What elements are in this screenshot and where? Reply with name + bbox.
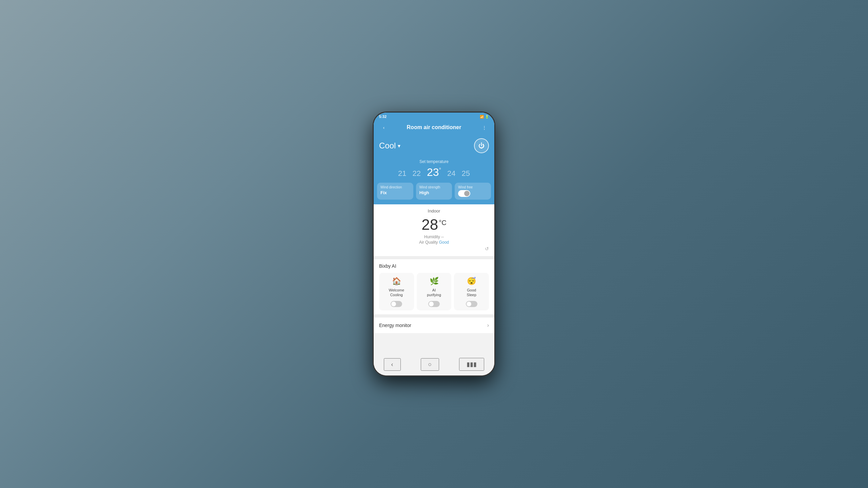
indoor-section: Indoor 28 °C Humidity -- Air Quality Goo… bbox=[374, 204, 494, 257]
ai-purifying-toggle[interactable] bbox=[428, 301, 440, 307]
temp-25[interactable]: 25 bbox=[461, 169, 470, 178]
energy-monitor-title: Energy monitor bbox=[379, 323, 411, 328]
phone-shell: 5:32 📶 🔋 ‹ Room air conditioner ⋮ Cool bbox=[373, 112, 495, 376]
nav-home-icon: ○ bbox=[428, 361, 432, 368]
good-sleep-toggle[interactable] bbox=[466, 301, 477, 307]
power-button[interactable]: ⏻ bbox=[474, 138, 489, 153]
divider-2 bbox=[374, 315, 494, 318]
temp-24[interactable]: 24 bbox=[447, 169, 455, 178]
nav-back-icon: ‹ bbox=[391, 361, 393, 368]
app-header: ‹ Room air conditioner ⋮ bbox=[374, 120, 494, 136]
temp-22[interactable]: 22 bbox=[413, 169, 421, 178]
back-button[interactable]: ‹ bbox=[379, 123, 389, 132]
energy-chevron-icon: › bbox=[487, 322, 489, 328]
nav-home-button[interactable]: ○ bbox=[421, 358, 439, 371]
wind-direction-card[interactable]: Wind direction Fix bbox=[377, 183, 413, 200]
wind-free-card[interactable]: Wind free bbox=[455, 183, 491, 200]
bottom-navigation: ‹ ○ ▮▮▮ bbox=[374, 354, 494, 375]
bixby-card-ai-purifying[interactable]: 🌿 AIpurifying bbox=[417, 273, 452, 310]
page-title: Room air conditioner bbox=[389, 124, 479, 130]
bixby-cards-row: 🏠 WelcomeCooling 🌿 AIpurifying bbox=[379, 273, 489, 310]
wind-controls: Wind direction Fix Wind strength High Wi… bbox=[374, 183, 494, 204]
phone-wrapper: 5:32 📶 🔋 ‹ Room air conditioner ⋮ Cool bbox=[373, 112, 495, 376]
phone-screen: 5:32 📶 🔋 ‹ Room air conditioner ⋮ Cool bbox=[374, 113, 494, 375]
nav-back-button[interactable]: ‹ bbox=[384, 358, 401, 371]
ai-purifying-icon: 🌿 bbox=[430, 277, 439, 286]
wind-strength-card[interactable]: Wind strength High bbox=[416, 183, 452, 200]
bixby-card-welcome-cooling[interactable]: 🏠 WelcomeCooling bbox=[379, 273, 414, 310]
bixby-ai-section: Bixby AI 🏠 WelcomeCooling 🌿 AIpurifying bbox=[374, 259, 494, 315]
indoor-title: Indoor bbox=[379, 208, 489, 214]
mode-chevron-icon: ▾ bbox=[398, 143, 400, 149]
wind-free-label: Wind free bbox=[458, 185, 488, 189]
wind-strength-label: Wind strength bbox=[419, 185, 449, 189]
mode-label-text: Cool bbox=[379, 141, 396, 150]
bixby-title: Bixby AI bbox=[379, 263, 489, 269]
mode-section: Cool ▾ ⏻ bbox=[374, 136, 494, 158]
divider-1 bbox=[374, 257, 494, 259]
refresh-icon[interactable]: ↺ bbox=[379, 246, 489, 251]
power-icon: ⏻ bbox=[478, 142, 485, 149]
battery-icon: 📶 🔋 bbox=[480, 115, 489, 119]
indoor-temp-value: 28 bbox=[421, 216, 438, 233]
menu-button[interactable]: ⋮ bbox=[479, 123, 489, 132]
set-temperature-label: Set temperature bbox=[379, 159, 489, 164]
wind-direction-label: Wind direction bbox=[380, 185, 410, 189]
wind-free-toggle-row bbox=[458, 190, 488, 197]
temperature-section: Set temperature 21 22 23° 24 25 bbox=[374, 158, 494, 183]
indoor-humidity: Humidity -- bbox=[379, 235, 489, 239]
indoor-air-quality: Air Quality Good bbox=[379, 240, 489, 245]
wind-strength-value: High bbox=[419, 190, 449, 195]
status-bar: 5:32 📶 🔋 bbox=[374, 113, 494, 120]
indoor-temp-unit: °C bbox=[439, 219, 446, 227]
ai-purifying-knob bbox=[429, 302, 434, 306]
good-sleep-label: GoodSleep bbox=[467, 288, 476, 298]
welcome-cooling-knob bbox=[391, 302, 396, 306]
welcome-cooling-icon: 🏠 bbox=[392, 277, 401, 286]
indoor-temperature: 28 °C bbox=[379, 216, 489, 233]
air-quality-value: Good bbox=[439, 240, 449, 245]
welcome-cooling-label: WelcomeCooling bbox=[389, 288, 405, 298]
air-quality-label: Air Quality bbox=[419, 240, 438, 245]
temp-21[interactable]: 21 bbox=[398, 169, 406, 178]
ai-purifying-label: AIpurifying bbox=[427, 288, 441, 298]
toggle-knob bbox=[464, 191, 470, 196]
temp-23-active[interactable]: 23° bbox=[427, 166, 441, 179]
welcome-cooling-toggle[interactable] bbox=[391, 301, 402, 307]
energy-monitor-section[interactable]: Energy monitor › bbox=[374, 318, 494, 333]
nav-recent-button[interactable]: ▮▮▮ bbox=[459, 358, 484, 371]
mode-selector[interactable]: Cool ▾ bbox=[379, 141, 400, 150]
wind-direction-value: Fix bbox=[380, 190, 410, 195]
nav-recent-icon: ▮▮▮ bbox=[467, 361, 477, 368]
good-sleep-knob bbox=[467, 302, 471, 306]
bixby-card-good-sleep[interactable]: 😴 GoodSleep bbox=[454, 273, 489, 310]
back-icon: ‹ bbox=[383, 125, 384, 130]
status-time: 5:32 bbox=[379, 115, 387, 119]
status-icons: 📶 🔋 bbox=[480, 115, 489, 119]
more-icon: ⋮ bbox=[482, 125, 487, 130]
refresh-symbol: ↺ bbox=[485, 246, 489, 251]
wind-free-toggle[interactable] bbox=[458, 190, 470, 197]
temperature-row: 21 22 23° 24 25 bbox=[379, 166, 489, 179]
degree-symbol: ° bbox=[439, 167, 441, 173]
good-sleep-icon: 😴 bbox=[467, 277, 476, 286]
